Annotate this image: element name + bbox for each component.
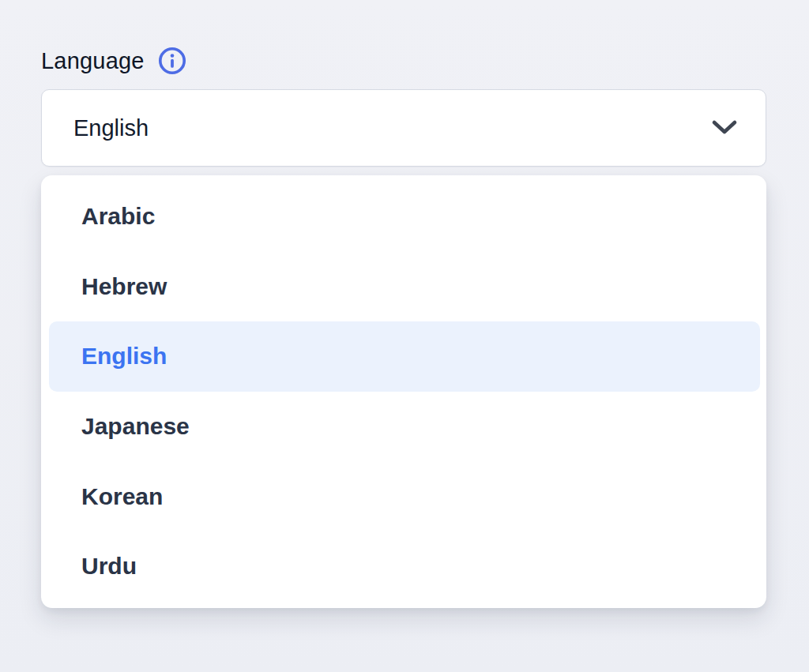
option-english[interactable]: English <box>49 321 760 392</box>
option-korean[interactable]: Korean <box>41 461 766 531</box>
language-dropdown: Arabic Hebrew English Japanese Korean Ur… <box>41 175 766 608</box>
select-value: English <box>73 115 149 141</box>
label-row: Language <box>41 46 766 76</box>
chevron-down-icon <box>710 119 739 137</box>
option-japanese[interactable]: Japanese <box>41 392 766 462</box>
option-hebrew[interactable]: Hebrew <box>41 252 766 322</box>
language-label: Language <box>41 46 145 76</box>
option-urdu[interactable]: Urdu <box>41 531 766 602</box>
info-icon[interactable] <box>157 46 187 76</box>
language-field: Language English Arabic Hebrew English J… <box>0 0 766 608</box>
option-arabic[interactable]: Arabic <box>41 182 766 252</box>
language-select[interactable]: English <box>41 89 766 167</box>
